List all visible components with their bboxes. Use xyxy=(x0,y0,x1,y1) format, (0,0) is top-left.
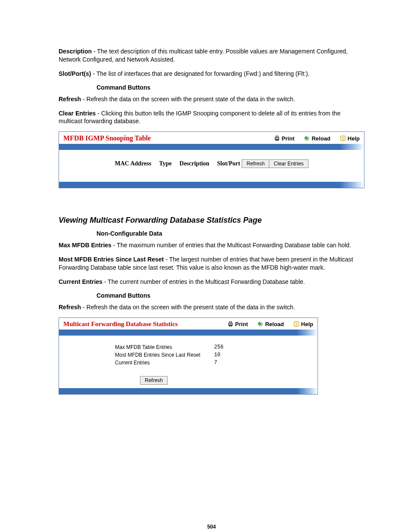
print-label: Print xyxy=(235,321,248,327)
help-icon: ? xyxy=(340,135,346,141)
def-label: Slot/Port(s) xyxy=(59,70,91,77)
definition-refresh: Refresh - Refresh the data on the screen… xyxy=(59,303,364,311)
stat-label: Most MFDB Entries Since Last Reset xyxy=(115,351,214,359)
svg-rect-1 xyxy=(276,136,278,138)
def-label: Refresh xyxy=(59,96,81,103)
col-mac-address: MAC Address xyxy=(115,160,151,167)
panel-divider xyxy=(59,330,318,336)
stat-row-max: Max MFDB Table Entries 256 xyxy=(115,343,313,351)
mfdb-igmp-snooping-panel: MFDB IGMP Snooping Table Print Reload xyxy=(59,131,364,188)
stat-label: Max MFDB Table Entries xyxy=(115,343,214,351)
help-label: Help xyxy=(301,321,313,327)
stat-row-current: Current Entries 7 xyxy=(115,359,313,367)
print-icon xyxy=(274,135,280,141)
print-link[interactable]: Print xyxy=(227,321,248,327)
reload-link[interactable]: Reload xyxy=(304,135,330,142)
reload-label: Reload xyxy=(265,321,283,327)
page-number: 504 xyxy=(59,524,364,530)
command-buttons-heading: Command Buttons xyxy=(97,84,364,91)
def-text: - The list of interfaces that are design… xyxy=(91,70,309,77)
print-label: Print xyxy=(282,135,295,142)
panel-body: MAC Address Type Description Slot/Port R… xyxy=(59,150,364,182)
help-link[interactable]: ? Help xyxy=(340,135,360,142)
stat-value: 7 xyxy=(214,359,217,367)
def-label: Current Entries xyxy=(59,278,103,285)
panel-header: Multicast Forwarding Database Statistics… xyxy=(59,318,318,330)
section-heading: Viewing Multicast Forwarding Database St… xyxy=(59,216,364,225)
panel-title: Multicast Forwarding Database Statistics xyxy=(63,320,227,328)
reload-label: Reload xyxy=(311,135,330,142)
definition-clear-entries: Clear Entries - Clicking this button tel… xyxy=(59,109,364,126)
col-description: Description xyxy=(180,160,209,167)
definition-refresh: Refresh - Refresh the data on the screen… xyxy=(59,95,364,103)
def-label: Refresh xyxy=(59,304,81,311)
help-icon: ? xyxy=(293,321,299,327)
definition-current-entries: Current Entries - The current number of … xyxy=(59,278,364,286)
def-text: - Refresh the data on the screen with th… xyxy=(81,96,295,103)
non-configurable-heading: Non-Configurable Data xyxy=(97,230,364,237)
panel-footer-bar xyxy=(59,388,318,394)
stats-grid: Max MFDB Table Entries 256 Most MFDB Ent… xyxy=(115,343,313,367)
definition-slotport: Slot/Port(s) - The list of interfaces th… xyxy=(59,70,364,78)
definition-description: Description - The text description of th… xyxy=(59,47,364,64)
col-type: Type xyxy=(159,160,171,167)
stat-value: 10 xyxy=(214,351,220,359)
reload-icon xyxy=(257,321,263,327)
help-label: Help xyxy=(348,135,360,142)
panel-divider xyxy=(59,144,364,150)
command-buttons-heading: Command Buttons xyxy=(97,292,364,299)
refresh-button[interactable]: Refresh xyxy=(140,376,168,385)
panel-footer-bar xyxy=(59,182,364,188)
def-text: - The current number of entries in the M… xyxy=(103,278,305,285)
stat-value: 256 xyxy=(214,343,224,351)
svg-text:?: ? xyxy=(342,137,344,141)
print-link[interactable]: Print xyxy=(274,135,295,142)
panel-header: MFDB IGMP Snooping Table Print Reload xyxy=(59,132,364,144)
definition-most-mfdb: Most MFDB Entries Since Last Reset - The… xyxy=(59,255,364,272)
def-label: Max MFDB Entries xyxy=(59,242,112,249)
svg-rect-7 xyxy=(229,322,231,324)
definition-max-mfdb: Max MFDB Entries - The maximum number of… xyxy=(59,241,364,249)
def-text: - Refresh the data on the screen with th… xyxy=(81,304,295,311)
svg-text:?: ? xyxy=(295,322,297,327)
print-icon xyxy=(227,321,234,327)
reload-link[interactable]: Reload xyxy=(257,321,283,327)
mfdb-stats-panel: Multicast Forwarding Database Statistics… xyxy=(59,317,318,395)
reload-icon xyxy=(304,135,310,141)
def-text: - Clicking this button tells the IGMP Sn… xyxy=(59,110,340,125)
panel-body: Max MFDB Table Entries 256 Most MFDB Ent… xyxy=(59,336,318,388)
panel-title: MFDB IGMP Snooping Table xyxy=(63,134,274,142)
stat-label: Current Entries xyxy=(115,359,214,367)
def-text: - The text description of this multicast… xyxy=(59,48,348,63)
def-label: Most MFDB Entries Since Last Reset xyxy=(59,256,164,263)
help-link[interactable]: ? Help xyxy=(293,321,313,327)
def-label: Description xyxy=(59,48,92,55)
table-column-headers: MAC Address Type Description Slot/Port xyxy=(115,160,240,167)
def-text: - The maximum number of entries that the… xyxy=(112,242,351,249)
refresh-button[interactable]: Refresh xyxy=(242,159,269,168)
stat-row-most: Most MFDB Entries Since Last Reset 10 xyxy=(115,351,313,359)
def-label: Clear Entries xyxy=(59,110,96,117)
clear-entries-button[interactable]: Clear Entries xyxy=(269,159,308,168)
col-slot-port: Slot/Port xyxy=(217,160,240,167)
